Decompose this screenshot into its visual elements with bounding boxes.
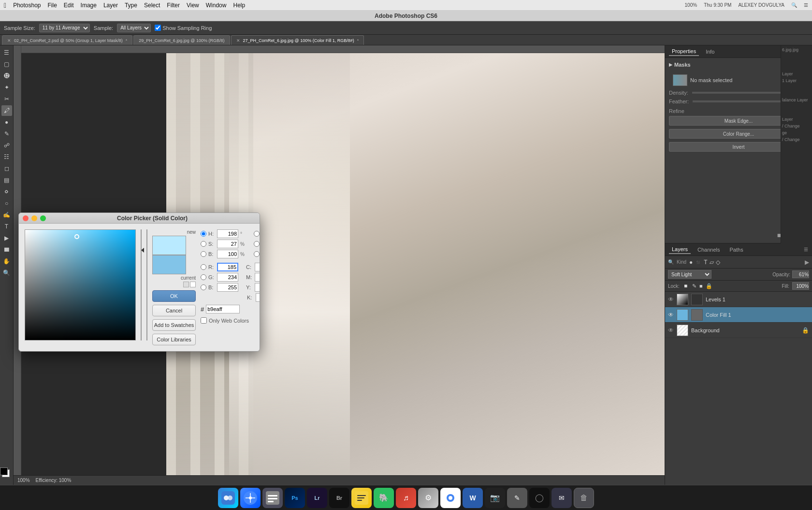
tab-channels[interactable]: Channels: [695, 246, 723, 254]
dock-safari[interactable]: [240, 488, 261, 508]
menu-help[interactable]: Help: [233, 2, 245, 9]
opacity-input[interactable]: [792, 270, 809, 278]
hand-tool[interactable]: ✋: [1, 256, 12, 267]
b3-radio[interactable]: [254, 251, 260, 257]
color-libraries-button[interactable]: Color Libraries: [152, 334, 196, 345]
dock-text-edit[interactable]: ✎: [507, 488, 527, 508]
menu-filter[interactable]: Filter: [167, 2, 180, 9]
layer-row-background[interactable]: 👁 Background 🔒: [665, 323, 812, 338]
y-input[interactable]: [255, 283, 260, 292]
lock-all[interactable]: 🔒: [706, 283, 712, 289]
dock-chrome[interactable]: [440, 488, 461, 508]
layer-visibility-colorfill[interactable]: 👁: [668, 312, 674, 318]
r-radio[interactable]: [201, 264, 206, 270]
l-radio[interactable]: [254, 231, 260, 237]
k-input[interactable]: [256, 293, 260, 302]
bright-input[interactable]: [217, 250, 238, 258]
menu-file[interactable]: File: [48, 2, 57, 9]
tab-info[interactable]: Info: [703, 48, 717, 56]
add-to-swatches-button[interactable]: Add to Swatches: [152, 319, 196, 331]
minimize-button[interactable]: [31, 215, 37, 221]
dock-system-prefs[interactable]: ⚙: [418, 488, 438, 508]
gradient-tool[interactable]: ▤: [1, 175, 12, 185]
color-swatches[interactable]: [0, 468, 14, 481]
dock-finder2[interactable]: [262, 488, 283, 508]
lock-position[interactable]: ■: [699, 283, 703, 289]
filter-smart[interactable]: ◇: [716, 259, 720, 266]
dock-photoshop[interactable]: Ps: [285, 488, 305, 508]
dock-evernote[interactable]: 🐘: [374, 488, 394, 508]
ok-button[interactable]: OK: [152, 290, 196, 302]
layer-visibility-background[interactable]: 👁: [668, 327, 674, 334]
apple-menu[interactable]: : [4, 1, 6, 9]
eyedropper-tool[interactable]: 🖍: [1, 105, 12, 116]
b2-radio[interactable]: [201, 284, 206, 290]
filter-pixel[interactable]: ●: [689, 259, 693, 266]
tab-2[interactable]: ✕ 27_PH_ComRet_6.jpg.jpg @ 100% (Color F…: [231, 35, 364, 45]
eraser-tool[interactable]: ◻: [1, 163, 12, 174]
lasso-tool[interactable]: ⓬: [1, 71, 12, 81]
dock-stickies[interactable]: [351, 488, 372, 508]
blur-tool[interactable]: ⭘: [1, 186, 12, 197]
sample-select[interactable]: All Layers: [117, 24, 151, 32]
dock-mail[interactable]: ✉: [551, 488, 572, 508]
type-tool[interactable]: T: [1, 221, 12, 232]
sat-input[interactable]: [217, 240, 238, 248]
show-sampling-checkbox[interactable]: [155, 25, 161, 31]
m-input[interactable]: [255, 273, 260, 282]
foreground-color[interactable]: [0, 468, 8, 475]
web-colors-checkbox[interactable]: [201, 317, 207, 324]
tab-0[interactable]: ✕ 02_PH_ComRet_2.psd @ 50% (Group 1, Lay…: [2, 35, 132, 45]
lock-paint[interactable]: ✎: [692, 283, 696, 289]
c-input[interactable]: [255, 263, 260, 271]
dock-trash[interactable]: 🗑: [574, 488, 594, 508]
dodge-tool[interactable]: ○: [1, 198, 12, 209]
dock-word[interactable]: W: [463, 488, 483, 508]
g-input[interactable]: [217, 273, 238, 282]
tab-paths[interactable]: Paths: [727, 246, 746, 254]
menu-type[interactable]: Type: [125, 2, 137, 9]
cancel-button[interactable]: Cancel: [152, 305, 196, 316]
marquee-tool[interactable]: ▢: [1, 59, 12, 70]
pen-tool[interactable]: ✍: [1, 210, 12, 220]
layers-options[interactable]: ☰: [804, 247, 808, 252]
g-radio[interactable]: [201, 274, 206, 280]
menu-photoshop[interactable]: Photoshop: [13, 2, 41, 9]
bright-radio[interactable]: [201, 251, 206, 257]
menu-window[interactable]: Window: [206, 2, 227, 9]
hue-slider[interactable]: [141, 229, 142, 340]
blend-mode-select[interactable]: Soft Light: [668, 270, 711, 279]
tab-properties[interactable]: Properties: [669, 47, 699, 56]
maximize-button[interactable]: [40, 215, 46, 221]
healing-tool[interactable]: ●: [1, 117, 12, 128]
layer-visibility-levels[interactable]: 👁: [668, 296, 674, 303]
dock-bridge[interactable]: Br: [329, 488, 349, 508]
menu-select[interactable]: Select: [144, 2, 160, 9]
path-select-tool[interactable]: ▶: [1, 233, 12, 243]
menu-image[interactable]: Image: [81, 2, 97, 9]
history-tool[interactable]: ☷: [1, 152, 12, 162]
dock-cam[interactable]: 📷: [485, 488, 505, 508]
r-input[interactable]: [217, 263, 238, 271]
quick-select-tool[interactable]: ✦: [1, 82, 12, 93]
b2-input[interactable]: [217, 283, 238, 292]
filter-shape[interactable]: ▱: [710, 259, 714, 266]
shape-tool[interactable]: ⯀: [1, 244, 12, 255]
alpha-slider[interactable]: [146, 229, 147, 340]
close-button[interactable]: [23, 215, 29, 221]
dock-lightroom[interactable]: Lr: [307, 488, 327, 508]
filter-toggle[interactable]: ▶: [805, 259, 809, 266]
hex-input[interactable]: b9eaff: [206, 305, 240, 313]
color-gradient-picker[interactable]: [25, 229, 136, 340]
dock-finder[interactable]: [218, 488, 238, 508]
clone-tool[interactable]: ☍: [1, 140, 12, 151]
a-radio[interactable]: [254, 241, 260, 247]
crop-tool[interactable]: ✂: [1, 94, 12, 104]
fill-input[interactable]: [792, 282, 809, 290]
show-sampling-label[interactable]: Show Sampling Ring: [155, 25, 212, 31]
brush-tool[interactable]: ✎: [1, 128, 12, 139]
hue-input[interactable]: [217, 229, 238, 238]
dock-itunes[interactable]: ♬: [396, 488, 416, 508]
sat-radio[interactable]: [201, 241, 206, 247]
lock-transparency[interactable]: ◽: [682, 283, 689, 289]
